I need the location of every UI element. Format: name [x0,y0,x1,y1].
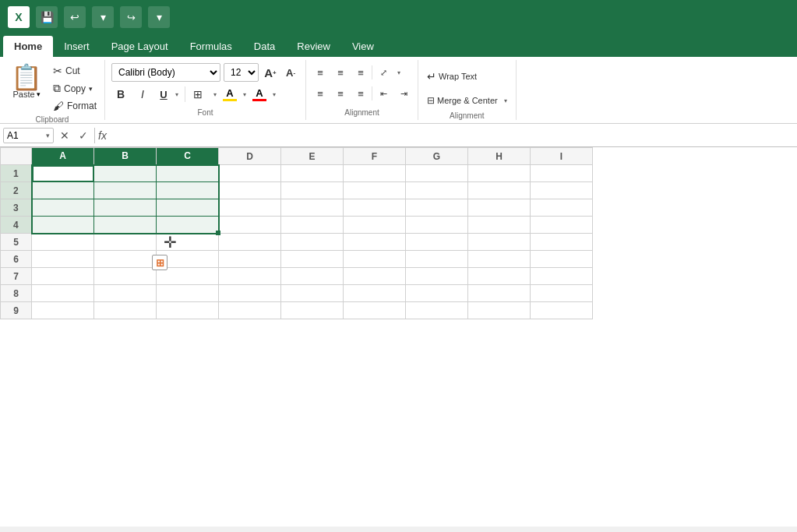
table-cell[interactable] [344,165,406,182]
table-cell[interactable] [94,217,157,234]
rotate-text-button[interactable]: ⤢ [374,64,393,81]
align-top-button[interactable]: ≡ [311,64,330,81]
col-header-A[interactable]: A [32,148,94,165]
tab-insert[interactable]: Insert [53,36,101,57]
table-cell[interactable] [281,165,344,182]
table-cell[interactable] [344,251,406,268]
table-cell[interactable] [406,302,468,319]
table-cell[interactable] [531,285,593,302]
font-color-button[interactable]: A [252,87,266,101]
undo-quick-btn[interactable]: ↩ [64,6,86,28]
table-cell[interactable] [32,285,94,302]
italic-button[interactable]: I [133,85,152,104]
table-cell[interactable] [157,199,219,217]
wrap-text-button[interactable]: ↵ Wrap Text [423,68,481,85]
increase-indent-button[interactable]: ⇥ [394,85,413,102]
row-header-9[interactable]: 9 [1,302,32,319]
table-cell[interactable] [281,182,344,199]
confirm-formula-button[interactable]: ✓ [76,129,91,142]
table-cell[interactable] [344,217,406,234]
format-painter-button[interactable]: 🖌 Format [50,98,100,114]
table-cell[interactable] [32,182,94,199]
table-cell[interactable] [468,217,531,234]
rotate-text-dropdown[interactable]: ▾ [394,63,404,82]
tab-home[interactable]: Home [3,36,53,57]
table-cell[interactable] [281,234,344,251]
table-cell[interactable] [94,302,157,319]
tab-formulas[interactable]: Formulas [179,36,243,57]
table-cell[interactable] [32,165,94,182]
row-header-6[interactable]: 6 [1,251,32,268]
align-middle-button[interactable]: ≡ [331,64,350,81]
table-cell[interactable] [531,217,593,234]
row-header-4[interactable]: 4 [1,217,32,234]
table-cell[interactable] [32,217,94,234]
col-header-E[interactable]: E [281,148,344,165]
table-cell[interactable] [468,182,531,199]
table-cell[interactable] [94,234,157,251]
underline-dropdown[interactable]: ▾ [172,85,182,104]
tab-pagelayout[interactable]: Page Layout [101,36,179,57]
table-cell[interactable] [406,285,468,302]
tab-review[interactable]: Review [286,36,341,57]
table-cell[interactable] [219,285,281,302]
table-cell[interactable] [281,251,344,268]
table-cell[interactable] [219,268,281,285]
formula-input[interactable] [110,128,794,143]
merge-center-dropdown[interactable]: ▾ [502,91,511,110]
redo-quick-btn[interactable]: ↪ [120,6,142,28]
col-header-H[interactable]: H [468,148,531,165]
spreadsheet-container[interactable]: A B C D E F G H I 123456789 ✛ ⊞ [0,147,797,527]
table-cell[interactable] [94,268,157,285]
table-cell[interactable] [157,182,219,199]
font-size-select[interactable]: 12 10 11 14 16 [224,63,259,82]
table-cell[interactable] [531,251,593,268]
table-cell[interactable] [531,165,593,182]
table-cell[interactable] [219,165,281,182]
table-cell[interactable] [32,302,94,319]
table-cell[interactable] [219,217,281,234]
table-cell[interactable] [406,165,468,182]
table-cell[interactable] [94,285,157,302]
table-cell[interactable] [157,165,219,182]
table-cell[interactable] [94,165,157,182]
table-cell[interactable] [406,217,468,234]
table-cell[interactable] [406,234,468,251]
col-header-C[interactable]: C [157,148,219,165]
table-cell[interactable] [468,302,531,319]
table-cell[interactable] [32,251,94,268]
table-cell[interactable] [531,182,593,199]
copy-button[interactable]: ⧉ Copy ▾ [50,80,100,97]
table-cell[interactable] [344,285,406,302]
table-cell[interactable] [531,302,593,319]
table-cell[interactable] [32,234,94,251]
tab-data[interactable]: Data [243,36,286,57]
decrease-font-size-button[interactable]: A- [282,64,299,81]
tab-view[interactable]: View [341,36,385,57]
name-box[interactable]: A1 ▾ [3,128,54,143]
table-cell[interactable] [468,251,531,268]
paste-button[interactable]: 📋 Paste ▾ [5,62,48,102]
table-cell[interactable] [281,217,344,234]
table-cell[interactable] [344,268,406,285]
table-cell[interactable] [406,182,468,199]
name-box-dropdown[interactable]: ▾ [46,132,50,139]
table-cell[interactable] [281,268,344,285]
table-cell[interactable] [157,217,219,234]
table-cell[interactable] [344,182,406,199]
table-cell[interactable] [468,285,531,302]
table-cell[interactable] [32,199,94,217]
table-cell[interactable] [94,182,157,199]
fill-handle[interactable] [216,231,220,235]
bold-button[interactable]: B [111,85,130,104]
row-header-5[interactable]: 5 [1,234,32,251]
table-cell[interactable] [281,285,344,302]
save-quick-btn[interactable]: 💾 [36,6,58,28]
table-cell[interactable] [344,234,406,251]
cancel-formula-button[interactable]: ✕ [57,129,72,142]
table-cell[interactable] [281,302,344,319]
col-header-I[interactable]: I [531,148,593,165]
align-center-button[interactable]: ≡ [331,85,350,102]
col-header-B[interactable]: B [94,148,157,165]
table-cell[interactable] [531,268,593,285]
